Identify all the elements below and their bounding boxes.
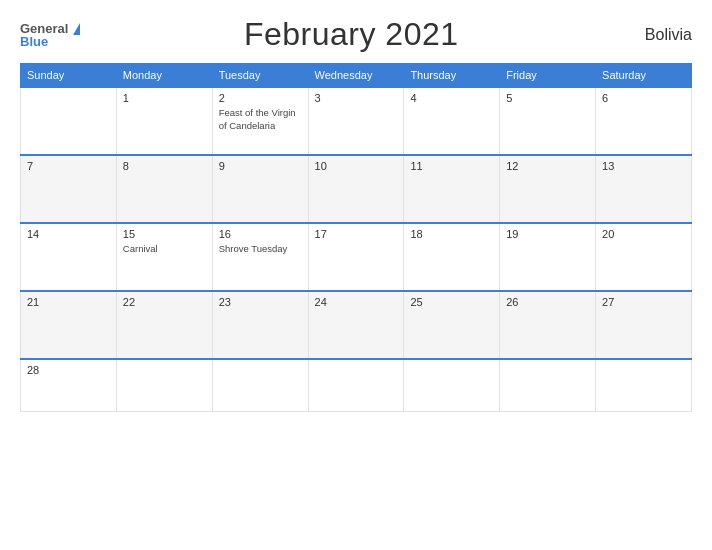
day-number: 17 [315,228,398,240]
country-label: Bolivia [622,26,692,44]
day-number: 6 [602,92,685,104]
calendar-cell: 13 [596,155,692,223]
calendar-cell: 19 [500,223,596,291]
calendar-cell [596,359,692,411]
calendar-cell [404,359,500,411]
day-number: 14 [27,228,110,240]
day-number: 9 [219,160,302,172]
calendar-cell: 18 [404,223,500,291]
day-number: 27 [602,296,685,308]
calendar-cell: 20 [596,223,692,291]
calendar-cell [21,87,117,155]
day-number: 3 [315,92,398,104]
day-number: 15 [123,228,206,240]
day-number: 1 [123,92,206,104]
day-number: 23 [219,296,302,308]
calendar-cell: 24 [308,291,404,359]
weekday-header: Sunday [21,64,117,88]
weekday-header: Friday [500,64,596,88]
day-number: 19 [506,228,589,240]
calendar-cell: 21 [21,291,117,359]
calendar-week-row: 21222324252627 [21,291,692,359]
calendar-cell [308,359,404,411]
day-number: 20 [602,228,685,240]
calendar-cell: 16Shrove Tuesday [212,223,308,291]
day-number: 25 [410,296,493,308]
calendar-cell: 22 [116,291,212,359]
calendar-cell: 17 [308,223,404,291]
weekday-header: Monday [116,64,212,88]
weekday-header: Tuesday [212,64,308,88]
calendar-cell: 5 [500,87,596,155]
calendar-cell [500,359,596,411]
calendar-week-row: 28 [21,359,692,411]
weekday-header: Wednesday [308,64,404,88]
day-number: 10 [315,160,398,172]
day-number: 8 [123,160,206,172]
calendar-cell: 23 [212,291,308,359]
day-number: 22 [123,296,206,308]
calendar-cell: 8 [116,155,212,223]
calendar-cell: 7 [21,155,117,223]
calendar-cell: 3 [308,87,404,155]
day-number: 2 [219,92,302,104]
day-number: 5 [506,92,589,104]
day-number: 7 [27,160,110,172]
calendar-cell: 10 [308,155,404,223]
calendar-cell: 2Feast of the Virgin of Candelaria [212,87,308,155]
weekday-header: Thursday [404,64,500,88]
day-number: 26 [506,296,589,308]
calendar-cell: 25 [404,291,500,359]
weekday-header-row: SundayMondayTuesdayWednesdayThursdayFrid… [21,64,692,88]
calendar-cell: 1 [116,87,212,155]
day-number: 21 [27,296,110,308]
day-number: 13 [602,160,685,172]
calendar-table: SundayMondayTuesdayWednesdayThursdayFrid… [20,63,692,412]
logo: General Blue [20,21,80,48]
logo-general-text: General [20,22,68,35]
weekday-header: Saturday [596,64,692,88]
logo-triangle-icon [73,23,80,35]
calendar-cell: 15Carnival [116,223,212,291]
calendar-header: General Blue February 2021 Bolivia [20,16,692,53]
day-event: Carnival [123,243,158,254]
calendar-cell: 26 [500,291,596,359]
logo-blue-text: Blue [20,35,48,48]
month-title: February 2021 [80,16,622,53]
calendar-cell: 28 [21,359,117,411]
day-event: Feast of the Virgin of Candelaria [219,107,296,131]
day-number: 18 [410,228,493,240]
day-event: Shrove Tuesday [219,243,288,254]
calendar-week-row: 12Feast of the Virgin of Candelaria3456 [21,87,692,155]
day-number: 4 [410,92,493,104]
day-number: 16 [219,228,302,240]
calendar-cell: 27 [596,291,692,359]
day-number: 12 [506,160,589,172]
day-number: 11 [410,160,493,172]
calendar-cell: 4 [404,87,500,155]
calendar-week-row: 1415Carnival16Shrove Tuesday17181920 [21,223,692,291]
calendar-cell [212,359,308,411]
calendar-cell: 12 [500,155,596,223]
calendar-cell: 11 [404,155,500,223]
calendar-week-row: 78910111213 [21,155,692,223]
day-number: 28 [27,364,110,376]
calendar-cell [116,359,212,411]
calendar-cell: 9 [212,155,308,223]
day-number: 24 [315,296,398,308]
calendar-page: General Blue February 2021 Bolivia Sunda… [0,0,712,550]
calendar-cell: 6 [596,87,692,155]
calendar-cell: 14 [21,223,117,291]
